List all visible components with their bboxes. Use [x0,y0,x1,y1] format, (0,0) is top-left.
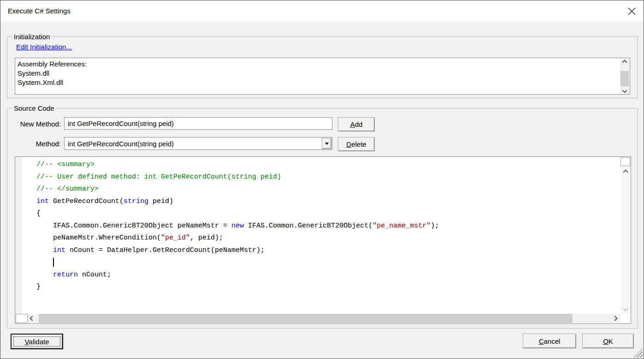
editor-scrollbar-left-box [16,314,28,323]
scroll-up-button[interactable] [620,59,629,66]
text-caret [53,258,54,267]
delete-button[interactable]: Delete [338,137,375,151]
new-method-input[interactable] [64,117,332,130]
chevron-left-icon [30,316,35,321]
window-title: Execute C# Settings [8,7,71,15]
validate-button[interactable]: Validate [11,334,63,349]
code-line [36,257,620,269]
method-select[interactable]: int GetPeRecordCount(string peid) [64,137,332,150]
editor-scroll-up-button[interactable] [620,168,630,175]
reference-line: System.Xml.dll [18,78,87,87]
editor-scroll-down-button[interactable] [620,305,630,312]
source-code-editor[interactable]: //-- <summary>//-- User defined method: … [15,156,631,324]
editor-hscrollbar-thumb[interactable] [39,314,573,323]
scroll-down-button[interactable] [620,87,629,94]
editor-vertical-scrollbar[interactable] [620,157,630,314]
reference-line: Assembly References: [18,60,87,69]
code-line: //-- <summary> [36,159,620,171]
chevron-up-icon [622,60,627,65]
edit-initialization-link[interactable]: Edit Initialization... [16,43,72,51]
assembly-references-text: Assembly References:System.dllSystem.Xml… [18,60,87,87]
cancel-button[interactable]: Cancel [523,334,576,348]
code-line: peNameMstr.WhereCondition("pe_id", peid)… [36,232,620,245]
scrollbar-thumb[interactable] [620,71,629,86]
code-line: int nCount = DataHelper.GetRecordCount(p… [36,245,620,257]
reference-line: System.dll [18,69,87,78]
execute-csharp-settings-dialog: Execute C# Settings Initialization Edit … [0,0,644,359]
code-line: //-- User defined method: int GetPeRecor… [36,171,620,184]
new-method-label: New Method: [8,120,61,128]
code-content: //-- <summary>//-- User defined method: … [22,159,620,314]
method-label: Method: [8,140,61,148]
editor-scroll-right-button[interactable] [611,314,619,323]
editor-scrollbar-top-box [620,157,630,166]
ok-button[interactable]: OK [582,334,634,348]
editor-gutter [15,157,22,314]
resize-grip-icon[interactable] [633,348,643,358]
chevron-up-icon [623,169,628,174]
source-code-group-label: Source Code [12,104,57,112]
initialization-group: Initialization Edit Initialization... As… [7,36,638,98]
editor-horizontal-scrollbar[interactable] [16,314,620,323]
code-line: } [36,281,620,293]
code-line: //-- </summary> [36,183,620,196]
method-dropdown-button[interactable] [322,138,331,149]
code-line: return nCount; [36,269,620,281]
references-vertical-scrollbar[interactable] [620,59,629,94]
method-selected-value: int GetPeRecordCount(string peid) [68,140,174,148]
code-line: IFAS.Common.GenericBT20Object peNameMstr… [36,220,620,233]
title-bar: Execute C# Settings [0,0,644,22]
source-code-group: Source Code New Method: Add Method: int … [7,108,638,329]
code-line: { [36,208,620,220]
close-button[interactable] [625,5,638,18]
chevron-down-icon [622,88,627,93]
code-line: int GetPeRecordCount(string peid) [36,196,620,208]
close-icon [628,7,636,15]
assembly-references-box[interactable]: Assembly References:System.dllSystem.Xml… [15,58,630,95]
chevron-right-icon [612,316,617,321]
chevron-down-icon [623,306,628,311]
editor-scroll-left-button[interactable] [29,314,36,323]
dropdown-arrow-icon [325,143,329,145]
add-button[interactable]: Add [338,117,375,132]
initialization-group-label: Initialization [12,33,52,41]
